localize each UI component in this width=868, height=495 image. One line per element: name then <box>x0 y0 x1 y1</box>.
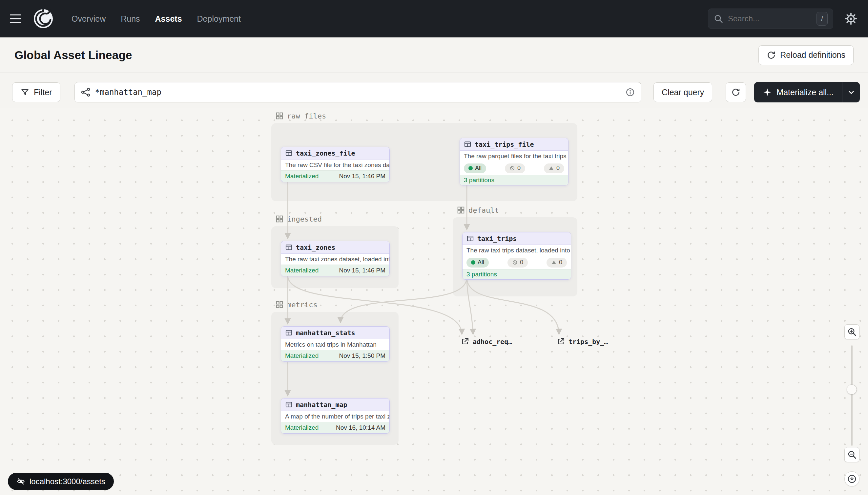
menu-icon[interactable] <box>10 12 24 26</box>
asset-description: The raw parquet files for the taxi trips… <box>460 151 568 161</box>
missing-count: 0 <box>520 259 523 266</box>
circle-slash-icon <box>510 166 515 171</box>
materialize-options-button[interactable] <box>842 82 860 102</box>
warning-triangle-icon <box>551 260 557 265</box>
partitions-failed-badge: 0 <box>544 164 564 173</box>
sparkle-icon <box>763 88 772 97</box>
table-icon <box>285 401 293 408</box>
asset-status-row: Materialized Nov 15, 1:50 PM <box>281 350 389 361</box>
clear-query-label: Clear query <box>662 88 704 97</box>
global-search[interactable]: / <box>708 8 833 29</box>
circle-slash-icon <box>512 260 518 265</box>
materialized-status: Materialized <box>285 173 319 180</box>
asset-name: taxi_zones <box>296 243 335 252</box>
asset-selection-input-wrap[interactable] <box>74 82 642 102</box>
group-label-metrics[interactable]: metrics <box>275 300 318 309</box>
asset-selection-input[interactable] <box>95 88 621 97</box>
materialize-all-button[interactable]: Materialize all... <box>754 82 842 102</box>
partitions-summary: 3 partitions <box>460 175 568 185</box>
table-icon <box>285 243 293 251</box>
zoom-out-icon <box>847 450 857 460</box>
dagster-logo-icon[interactable] <box>33 8 54 29</box>
green-dot-icon <box>468 166 473 170</box>
asset-node-taxi-zones-file[interactable]: taxi_zones_file The raw CSV file for the… <box>281 147 390 182</box>
reload-definitions-label: Reload definitions <box>780 50 845 60</box>
nav-tab-assets[interactable]: Assets <box>155 14 182 24</box>
refresh-icon <box>767 51 776 60</box>
materialized-status: Materialized <box>285 424 319 431</box>
page-title: Global Asset Lineage <box>14 49 132 62</box>
asset-node-manhattan-map[interactable]: manhattan_map A map of the number of tri… <box>281 398 390 433</box>
asset-node-taxi-trips-file[interactable]: taxi_trips_file The raw parquet files fo… <box>460 138 568 186</box>
refresh-graph-button[interactable] <box>726 82 746 102</box>
page-header: Global Asset Lineage Reload definitions <box>0 37 868 73</box>
group-label-ingested[interactable]: ingested <box>275 215 322 223</box>
asset-description: A map of the number of trips per taxi z.… <box>281 411 389 422</box>
asset-node-manhattan-stats[interactable]: manhattan_stats Metrics on taxi trips in… <box>281 326 390 362</box>
download-circle-icon <box>847 474 857 484</box>
info-icon[interactable] <box>625 87 635 97</box>
zoom-out-button[interactable] <box>844 447 860 462</box>
asset-node-header: manhattan_stats <box>281 327 389 339</box>
partitions-failed-badge: 0 <box>547 258 567 268</box>
search-input[interactable] <box>728 14 812 23</box>
settings-button[interactable] <box>844 12 858 26</box>
asset-status-row: Materialized Nov 16, 10:14 AM <box>281 422 389 433</box>
nav-tab-overview[interactable]: Overview <box>72 14 106 24</box>
asset-description: Metrics on taxi trips in Manhattan <box>281 339 389 350</box>
external-link-icon <box>557 338 565 346</box>
table-icon <box>285 149 293 157</box>
asset-node-header: taxi_zones <box>281 241 389 254</box>
external-asset-adhoc-request[interactable]: adhoc_req… <box>461 338 512 346</box>
asset-node-header: taxi_trips <box>463 233 571 245</box>
download-view-button[interactable] <box>844 471 860 487</box>
group-label-raw-files[interactable]: raw_files <box>275 112 326 120</box>
dagster-logo-svg <box>33 8 54 29</box>
zoom-in-icon <box>847 327 857 337</box>
external-asset-trips-by[interactable]: trips_by_… <box>557 338 608 346</box>
asset-status-row: Materialized Nov 15, 1:46 PM <box>281 170 389 182</box>
top-navbar: Overview Runs Assets Deployment / <box>0 0 868 37</box>
asset-node-taxi-trips[interactable]: taxi_trips The raw taxi trips dataset, l… <box>462 232 571 280</box>
reload-definitions-button[interactable]: Reload definitions <box>758 45 854 65</box>
group-name: default <box>468 206 499 214</box>
partitions-all-badge: All <box>464 164 486 173</box>
nav-tab-runs[interactable]: Runs <box>121 14 140 24</box>
nav-tab-deployment[interactable]: Deployment <box>197 14 241 24</box>
group-name: ingested <box>287 215 322 223</box>
materialized-status: Materialized <box>285 267 319 274</box>
grid-icon <box>275 112 284 120</box>
asset-node-header: taxi_zones_file <box>281 147 389 159</box>
asset-name: manhattan_stats <box>296 329 355 337</box>
zoom-in-button[interactable] <box>844 324 860 339</box>
materialized-timestamp: Nov 15, 1:46 PM <box>339 173 386 180</box>
clear-query-button[interactable]: Clear query <box>653 82 712 102</box>
filter-button[interactable]: Filter <box>12 82 60 102</box>
external-asset-label: adhoc_req… <box>473 338 512 346</box>
failed-count: 0 <box>559 259 562 266</box>
search-icon <box>713 14 723 24</box>
group-label-default[interactable]: default <box>457 206 499 214</box>
gear-icon <box>845 13 857 25</box>
primary-nav: Overview Runs Assets Deployment <box>72 14 241 24</box>
asset-name: taxi_trips_file <box>475 140 534 148</box>
asset-name: taxi_zones_file <box>296 149 355 157</box>
zoom-slider-track[interactable] <box>851 345 853 446</box>
dagster-app: Overview Runs Assets Deployment / <box>0 0 868 495</box>
zoom-slider-handle[interactable] <box>847 385 857 395</box>
warning-triangle-icon <box>548 166 554 171</box>
filter-label: Filter <box>34 88 52 97</box>
group-name: metrics <box>287 301 318 309</box>
asset-status-row: Materialized Nov 15, 1:46 PM <box>281 264 389 276</box>
grid-icon <box>457 206 465 214</box>
asset-node-taxi-zones[interactable]: taxi_zones The raw taxi zones dataset, l… <box>281 241 390 276</box>
grid-icon <box>275 300 284 309</box>
partitions-all-badge: All <box>466 258 489 268</box>
partitions-missing-badge: 0 <box>505 164 525 173</box>
materialized-timestamp: Nov 16, 10:14 AM <box>336 424 386 431</box>
materialized-status: Materialized <box>285 352 319 359</box>
materialized-timestamp: Nov 15, 1:50 PM <box>339 352 386 359</box>
grid-icon <box>275 215 284 223</box>
refresh-icon <box>731 88 740 97</box>
eye-off-icon <box>16 477 25 486</box>
